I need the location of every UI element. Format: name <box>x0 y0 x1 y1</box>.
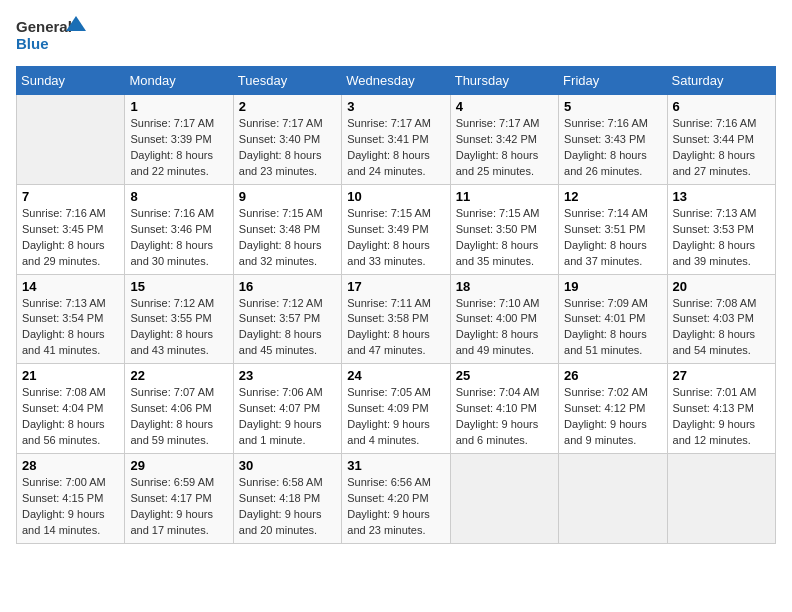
day-number: 6 <box>673 99 770 114</box>
calendar-cell: 13Sunrise: 7:13 AMSunset: 3:53 PMDayligh… <box>667 184 775 274</box>
calendar-cell: 29Sunrise: 6:59 AMSunset: 4:17 PMDayligh… <box>125 454 233 544</box>
day-number: 8 <box>130 189 227 204</box>
calendar-cell: 11Sunrise: 7:15 AMSunset: 3:50 PMDayligh… <box>450 184 558 274</box>
day-number: 30 <box>239 458 336 473</box>
logo: General Blue <box>16 16 86 54</box>
calendar-cell: 18Sunrise: 7:10 AMSunset: 4:00 PMDayligh… <box>450 274 558 364</box>
calendar-cell: 31Sunrise: 6:56 AMSunset: 4:20 PMDayligh… <box>342 454 450 544</box>
calendar-cell <box>17 95 125 185</box>
day-info: Sunrise: 7:16 AMSunset: 3:43 PMDaylight:… <box>564 116 661 180</box>
calendar-cell: 2Sunrise: 7:17 AMSunset: 3:40 PMDaylight… <box>233 95 341 185</box>
calendar-cell: 27Sunrise: 7:01 AMSunset: 4:13 PMDayligh… <box>667 364 775 454</box>
day-info: Sunrise: 7:15 AMSunset: 3:48 PMDaylight:… <box>239 206 336 270</box>
day-number: 22 <box>130 368 227 383</box>
day-number: 25 <box>456 368 553 383</box>
calendar-cell: 17Sunrise: 7:11 AMSunset: 3:58 PMDayligh… <box>342 274 450 364</box>
page-header: General Blue <box>16 16 776 54</box>
calendar-cell: 26Sunrise: 7:02 AMSunset: 4:12 PMDayligh… <box>559 364 667 454</box>
day-number: 5 <box>564 99 661 114</box>
calendar-cell: 5Sunrise: 7:16 AMSunset: 3:43 PMDaylight… <box>559 95 667 185</box>
calendar-cell: 24Sunrise: 7:05 AMSunset: 4:09 PMDayligh… <box>342 364 450 454</box>
calendar-cell: 7Sunrise: 7:16 AMSunset: 3:45 PMDaylight… <box>17 184 125 274</box>
day-info: Sunrise: 7:08 AMSunset: 4:03 PMDaylight:… <box>673 296 770 360</box>
day-number: 10 <box>347 189 444 204</box>
calendar-cell: 1Sunrise: 7:17 AMSunset: 3:39 PMDaylight… <box>125 95 233 185</box>
day-of-week-header: Wednesday <box>342 67 450 95</box>
day-info: Sunrise: 7:15 AMSunset: 3:50 PMDaylight:… <box>456 206 553 270</box>
calendar-cell: 22Sunrise: 7:07 AMSunset: 4:06 PMDayligh… <box>125 364 233 454</box>
day-info: Sunrise: 7:17 AMSunset: 3:41 PMDaylight:… <box>347 116 444 180</box>
day-number: 26 <box>564 368 661 383</box>
day-number: 3 <box>347 99 444 114</box>
calendar-week-row: 14Sunrise: 7:13 AMSunset: 3:54 PMDayligh… <box>17 274 776 364</box>
svg-text:Blue: Blue <box>16 35 49 52</box>
day-number: 12 <box>564 189 661 204</box>
day-info: Sunrise: 7:10 AMSunset: 4:00 PMDaylight:… <box>456 296 553 360</box>
day-of-week-header: Tuesday <box>233 67 341 95</box>
day-number: 13 <box>673 189 770 204</box>
day-info: Sunrise: 7:17 AMSunset: 3:42 PMDaylight:… <box>456 116 553 180</box>
day-of-week-header: Saturday <box>667 67 775 95</box>
day-info: Sunrise: 7:16 AMSunset: 3:46 PMDaylight:… <box>130 206 227 270</box>
day-number: 20 <box>673 279 770 294</box>
calendar-cell: 19Sunrise: 7:09 AMSunset: 4:01 PMDayligh… <box>559 274 667 364</box>
calendar-cell: 15Sunrise: 7:12 AMSunset: 3:55 PMDayligh… <box>125 274 233 364</box>
svg-text:General: General <box>16 18 72 35</box>
day-info: Sunrise: 7:17 AMSunset: 3:40 PMDaylight:… <box>239 116 336 180</box>
day-number: 24 <box>347 368 444 383</box>
day-info: Sunrise: 7:08 AMSunset: 4:04 PMDaylight:… <box>22 385 119 449</box>
calendar-cell: 20Sunrise: 7:08 AMSunset: 4:03 PMDayligh… <box>667 274 775 364</box>
day-info: Sunrise: 7:16 AMSunset: 3:44 PMDaylight:… <box>673 116 770 180</box>
calendar-cell: 4Sunrise: 7:17 AMSunset: 3:42 PMDaylight… <box>450 95 558 185</box>
calendar-cell: 14Sunrise: 7:13 AMSunset: 3:54 PMDayligh… <box>17 274 125 364</box>
day-number: 18 <box>456 279 553 294</box>
day-info: Sunrise: 6:56 AMSunset: 4:20 PMDaylight:… <box>347 475 444 539</box>
calendar-cell <box>559 454 667 544</box>
day-number: 4 <box>456 99 553 114</box>
day-info: Sunrise: 7:16 AMSunset: 3:45 PMDaylight:… <box>22 206 119 270</box>
day-info: Sunrise: 7:00 AMSunset: 4:15 PMDaylight:… <box>22 475 119 539</box>
day-info: Sunrise: 7:14 AMSunset: 3:51 PMDaylight:… <box>564 206 661 270</box>
calendar-week-row: 21Sunrise: 7:08 AMSunset: 4:04 PMDayligh… <box>17 364 776 454</box>
day-info: Sunrise: 7:06 AMSunset: 4:07 PMDaylight:… <box>239 385 336 449</box>
day-number: 17 <box>347 279 444 294</box>
day-number: 31 <box>347 458 444 473</box>
calendar-cell: 9Sunrise: 7:15 AMSunset: 3:48 PMDaylight… <box>233 184 341 274</box>
day-info: Sunrise: 7:13 AMSunset: 3:54 PMDaylight:… <box>22 296 119 360</box>
calendar-week-row: 1Sunrise: 7:17 AMSunset: 3:39 PMDaylight… <box>17 95 776 185</box>
day-of-week-header: Monday <box>125 67 233 95</box>
day-info: Sunrise: 7:12 AMSunset: 3:55 PMDaylight:… <box>130 296 227 360</box>
calendar-cell: 23Sunrise: 7:06 AMSunset: 4:07 PMDayligh… <box>233 364 341 454</box>
day-info: Sunrise: 7:13 AMSunset: 3:53 PMDaylight:… <box>673 206 770 270</box>
day-number: 29 <box>130 458 227 473</box>
calendar-cell: 8Sunrise: 7:16 AMSunset: 3:46 PMDaylight… <box>125 184 233 274</box>
calendar-cell: 6Sunrise: 7:16 AMSunset: 3:44 PMDaylight… <box>667 95 775 185</box>
day-number: 23 <box>239 368 336 383</box>
day-number: 1 <box>130 99 227 114</box>
day-number: 16 <box>239 279 336 294</box>
day-info: Sunrise: 7:12 AMSunset: 3:57 PMDaylight:… <box>239 296 336 360</box>
day-info: Sunrise: 7:02 AMSunset: 4:12 PMDaylight:… <box>564 385 661 449</box>
day-of-week-header: Thursday <box>450 67 558 95</box>
calendar-cell <box>667 454 775 544</box>
day-info: Sunrise: 7:17 AMSunset: 3:39 PMDaylight:… <box>130 116 227 180</box>
day-number: 9 <box>239 189 336 204</box>
logo-svg: General Blue <box>16 16 86 54</box>
calendar-cell: 3Sunrise: 7:17 AMSunset: 3:41 PMDaylight… <box>342 95 450 185</box>
day-number: 7 <box>22 189 119 204</box>
day-info: Sunrise: 7:09 AMSunset: 4:01 PMDaylight:… <box>564 296 661 360</box>
calendar-week-row: 7Sunrise: 7:16 AMSunset: 3:45 PMDaylight… <box>17 184 776 274</box>
day-number: 14 <box>22 279 119 294</box>
day-number: 15 <box>130 279 227 294</box>
calendar-cell: 28Sunrise: 7:00 AMSunset: 4:15 PMDayligh… <box>17 454 125 544</box>
calendar-header-row: SundayMondayTuesdayWednesdayThursdayFrid… <box>17 67 776 95</box>
calendar-cell: 30Sunrise: 6:58 AMSunset: 4:18 PMDayligh… <box>233 454 341 544</box>
day-number: 2 <box>239 99 336 114</box>
day-info: Sunrise: 7:01 AMSunset: 4:13 PMDaylight:… <box>673 385 770 449</box>
day-number: 28 <box>22 458 119 473</box>
day-info: Sunrise: 7:15 AMSunset: 3:49 PMDaylight:… <box>347 206 444 270</box>
calendar-table: SundayMondayTuesdayWednesdayThursdayFrid… <box>16 66 776 544</box>
day-number: 21 <box>22 368 119 383</box>
day-number: 27 <box>673 368 770 383</box>
day-info: Sunrise: 7:04 AMSunset: 4:10 PMDaylight:… <box>456 385 553 449</box>
